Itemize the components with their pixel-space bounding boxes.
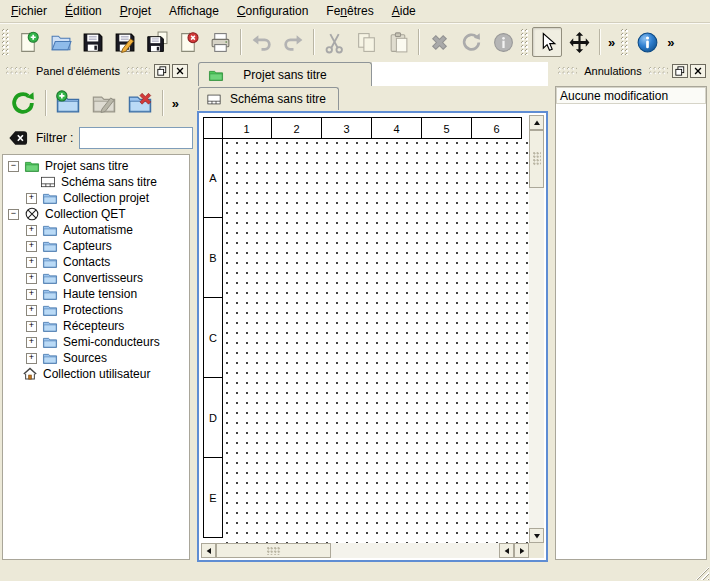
copy-button[interactable] bbox=[351, 27, 381, 57]
expand-icon[interactable]: + bbox=[26, 241, 37, 252]
tree-item-collection-projet[interactable]: +Collection projet bbox=[3, 190, 189, 206]
expand-icon[interactable]: + bbox=[26, 305, 37, 316]
close-file-icon bbox=[177, 31, 200, 54]
menu-edition[interactable]: Édition bbox=[56, 1, 111, 21]
schema-view[interactable]: 123456 ABCDE bbox=[197, 111, 548, 562]
undo-item[interactable]: Aucune modification bbox=[556, 87, 706, 104]
tree-item-protections[interactable]: +Protections bbox=[3, 302, 189, 318]
expand-icon[interactable]: + bbox=[26, 225, 37, 236]
menu-projet[interactable]: Projet bbox=[111, 1, 160, 21]
undo-button[interactable] bbox=[246, 27, 276, 57]
scroll-down-button[interactable] bbox=[529, 528, 544, 543]
paste-button[interactable] bbox=[383, 27, 413, 57]
save-all-button[interactable] bbox=[141, 27, 171, 57]
toolbar-handle[interactable] bbox=[521, 29, 528, 55]
info-circle-button[interactable] bbox=[488, 27, 518, 57]
open-file-button[interactable] bbox=[45, 27, 75, 57]
reload-button[interactable] bbox=[7, 87, 39, 119]
filter-clear-icon[interactable] bbox=[8, 128, 28, 148]
collapse-icon[interactable]: − bbox=[8, 209, 19, 220]
toolbar-overflow-button[interactable]: » bbox=[663, 35, 678, 50]
blue-folder-icon bbox=[42, 238, 58, 254]
float-panel-button[interactable] bbox=[154, 64, 170, 78]
expand-icon[interactable]: + bbox=[26, 321, 37, 332]
project-tab-label: Projet sans titre bbox=[243, 68, 326, 82]
tree-item-collection-utilisateur[interactable]: Collection utilisateur bbox=[3, 366, 189, 382]
tree-item-schema-sans-titre[interactable]: Schéma sans titre bbox=[3, 174, 189, 190]
close-file-button[interactable] bbox=[173, 27, 203, 57]
tree-item-sources[interactable]: +Sources bbox=[3, 350, 189, 366]
rotate-button[interactable] bbox=[456, 27, 486, 57]
tree-item-contacts[interactable]: +Contacts bbox=[3, 254, 189, 270]
about-info-button[interactable] bbox=[632, 27, 662, 57]
edit-category-button[interactable] bbox=[88, 87, 120, 119]
toolbar-separator bbox=[45, 90, 46, 116]
close-panel-button[interactable] bbox=[172, 64, 188, 78]
row-header: E bbox=[203, 458, 223, 538]
tree-item-recepteurs[interactable]: +Récepteurs bbox=[3, 318, 189, 334]
vertical-scroll-thumb[interactable] bbox=[529, 130, 544, 188]
schema-canvas[interactable] bbox=[222, 138, 531, 545]
expand-icon[interactable]: + bbox=[26, 337, 37, 348]
tree-item-label: Convertisseurs bbox=[63, 271, 143, 285]
tree-item-haute-tension[interactable]: +Haute tension bbox=[3, 286, 189, 302]
expand-icon[interactable]: + bbox=[26, 273, 37, 284]
schema-icon bbox=[205, 92, 223, 107]
toolbar-overflow-button[interactable]: » bbox=[168, 96, 183, 111]
menu-aide[interactable]: Aide bbox=[383, 1, 425, 21]
tree-item-capteurs[interactable]: +Capteurs bbox=[3, 238, 189, 254]
resize-grip[interactable] bbox=[695, 566, 709, 580]
horizontal-scroll-thumb[interactable] bbox=[216, 543, 331, 558]
new-category-button[interactable] bbox=[52, 87, 84, 119]
expand-icon[interactable]: + bbox=[26, 289, 37, 300]
collapse-icon[interactable]: − bbox=[8, 161, 19, 172]
tree-item-automatisme[interactable]: +Automatisme bbox=[3, 222, 189, 238]
elements-panel-toolbar: » bbox=[2, 84, 190, 122]
move-arrows-button[interactable] bbox=[564, 27, 594, 57]
close-icon bbox=[175, 66, 185, 76]
save-button[interactable] bbox=[77, 27, 107, 57]
tree-item-convertisseurs[interactable]: +Convertisseurs bbox=[3, 270, 189, 286]
expand-icon[interactable]: + bbox=[26, 193, 37, 204]
tree-item-label: Sources bbox=[63, 351, 107, 365]
undo-panel: Annulations Aucune modification bbox=[554, 60, 708, 560]
close-panel-button[interactable] bbox=[690, 64, 706, 78]
tree-item-projet-sans-titre[interactable]: −Projet sans titre bbox=[3, 158, 189, 174]
expand-icon[interactable]: + bbox=[26, 257, 37, 268]
filter-input[interactable] bbox=[79, 127, 193, 149]
delete-category-button[interactable] bbox=[124, 87, 156, 119]
print-button[interactable] bbox=[205, 27, 235, 57]
menu-configuration[interactable]: Configuration bbox=[228, 1, 317, 21]
tree-item-collection-qet[interactable]: −Collection QET bbox=[3, 206, 189, 222]
dock-handle-texture bbox=[558, 67, 577, 76]
menu-fenetres[interactable]: Fenêtres bbox=[317, 1, 382, 21]
expand-icon[interactable]: + bbox=[26, 353, 37, 364]
scroll-left-button-2[interactable] bbox=[499, 543, 514, 558]
undo-panel-titlebar[interactable]: Annulations bbox=[554, 60, 708, 82]
tree-item-semi-conducteurs[interactable]: +Semi-conducteurs bbox=[3, 334, 189, 350]
delete-button[interactable] bbox=[424, 27, 454, 57]
menu-affichage[interactable]: Affichage bbox=[160, 1, 228, 21]
tree-item-label: Capteurs bbox=[63, 239, 112, 253]
tab-schema-sans-titre[interactable]: Schéma sans titre bbox=[198, 87, 339, 110]
elements-panel-titlebar[interactable]: Panel d'éléments bbox=[2, 60, 190, 82]
save-as-button[interactable] bbox=[109, 27, 139, 57]
new-document-button[interactable] bbox=[13, 27, 43, 57]
scroll-up-button[interactable] bbox=[529, 115, 544, 130]
toolbar-handle[interactable] bbox=[2, 29, 9, 55]
tab-projet-sans-titre[interactable]: Projet sans titre bbox=[198, 62, 372, 86]
scroll-left-button[interactable] bbox=[201, 543, 216, 558]
redo-button[interactable] bbox=[278, 27, 308, 57]
toolbar-separator bbox=[240, 29, 241, 55]
vertical-scrollbar[interactable] bbox=[529, 115, 544, 543]
cut-button[interactable] bbox=[319, 27, 349, 57]
select-arrow-button[interactable] bbox=[532, 27, 562, 57]
toolbar-separator bbox=[313, 29, 314, 55]
menu-fichier[interactable]: Fichier bbox=[2, 1, 56, 21]
scroll-right-button[interactable] bbox=[514, 543, 529, 558]
dock-handle-texture bbox=[6, 67, 29, 76]
horizontal-scrollbar[interactable] bbox=[201, 543, 529, 558]
toolbar-overflow-button[interactable]: » bbox=[604, 35, 619, 50]
float-panel-button[interactable] bbox=[672, 64, 688, 78]
toolbar-handle[interactable] bbox=[621, 29, 628, 55]
